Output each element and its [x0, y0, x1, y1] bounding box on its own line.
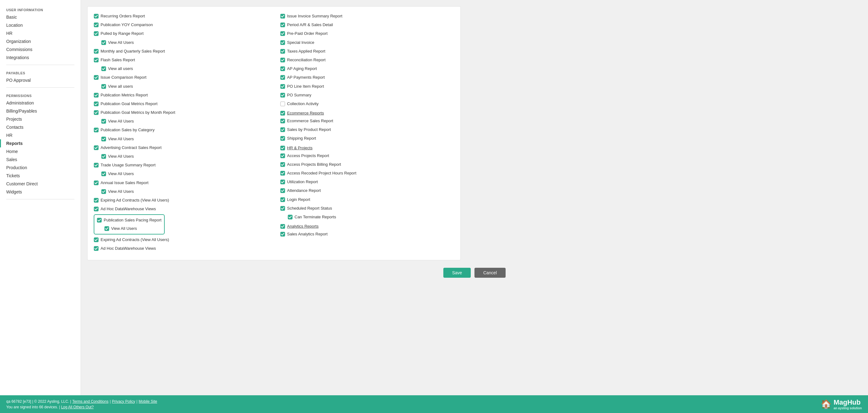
checkbox-label: Advertising Contract Sales Report: [100, 145, 162, 150]
hr-item-7[interactable]: Can Terminate Reports: [288, 214, 454, 220]
checkbox-label: View All Users: [111, 226, 137, 231]
right-top-9[interactable]: PO Summary: [280, 92, 454, 99]
hr-item-5[interactable]: Login Report: [280, 196, 454, 203]
log-out-link[interactable]: Log All Others Out?: [61, 405, 94, 409]
ecom-item-0[interactable]: Ecommerce Sales Report: [280, 117, 454, 125]
checkbox-label: View All Users: [108, 136, 134, 142]
terms-link[interactable]: Terms and Conditions: [72, 399, 108, 404]
left-item-11[interactable]: Publication Goal Metrics by Month Report: [94, 109, 268, 116]
left-item-7[interactable]: Issue Comparison Report: [94, 74, 268, 81]
checkbox-icon: [94, 163, 99, 168]
left-remain-0[interactable]: Expiring Ad Contracts (View All Users): [94, 236, 268, 243]
highlight-item-1[interactable]: View All Users: [104, 225, 162, 232]
hr-item-6[interactable]: Scheduled Report Status: [280, 205, 454, 212]
left-item-14[interactable]: View All Users: [101, 136, 268, 142]
hr-item-3[interactable]: Utilization Report: [280, 178, 454, 185]
sidebar-item-customer-direct[interactable]: Customer Direct: [0, 180, 81, 188]
left-item-16[interactable]: View All Users: [101, 153, 268, 160]
hr-item-1[interactable]: Access Projects Billing Report: [280, 161, 454, 168]
left-item-5[interactable]: Flash Sales Report: [94, 57, 268, 63]
left-item-4[interactable]: Monthly and Quarterly Sales Report: [94, 48, 268, 55]
sidebar-item-administration[interactable]: Administration: [0, 99, 81, 107]
sidebar-item-sales[interactable]: Sales: [0, 156, 81, 164]
hr-item-0[interactable]: Access Projects Report: [280, 152, 454, 159]
right-top-3[interactable]: Special Invoice: [280, 39, 454, 46]
sidebar-item-location[interactable]: Location: [0, 21, 81, 29]
checkbox-icon: [101, 137, 106, 141]
sidebar-item-billing-payables[interactable]: Billing/Payables: [0, 107, 81, 115]
left-item-18[interactable]: View All Users: [101, 170, 268, 177]
checkbox-label: Publication Sales Pacing Report: [104, 217, 162, 223]
checkbox-icon: [101, 154, 106, 159]
sidebar-item-home[interactable]: Home: [0, 147, 81, 156]
analytics-item-0[interactable]: Sales Analytics Report: [280, 231, 454, 238]
sidebar-item-integrations[interactable]: Integrations: [0, 54, 81, 62]
left-item-10[interactable]: Publication Goal Metrics Report: [94, 100, 268, 107]
permissions-columns: Recurring Orders Report Publication YOY …: [94, 13, 454, 254]
ecommerce-section-header[interactable]: Ecommerce Reports: [280, 110, 454, 116]
checkbox-label: PO Line Item Report: [287, 84, 324, 89]
checkbox-label: Scheduled Report Status: [287, 206, 332, 211]
sidebar-divider-0: [6, 65, 74, 65]
checkbox-icon: [280, 49, 285, 54]
right-top-10[interactable]: Collection Activity: [280, 100, 454, 107]
ecom-item-1[interactable]: Sales by Product Report: [280, 126, 454, 133]
left-item-9[interactable]: Publication Metrics Report: [94, 92, 268, 99]
left-item-2[interactable]: Pulled by Range Report: [94, 30, 268, 37]
checkbox-icon: [101, 171, 106, 176]
right-top-7[interactable]: AP Payments Report: [280, 74, 454, 81]
right-top-5[interactable]: Reconciliation Report: [280, 57, 454, 63]
sidebar-item-commissions[interactable]: Commissions: [0, 45, 81, 54]
hr-item-4[interactable]: Attendance Report: [280, 187, 454, 194]
sidebar-item-contacts[interactable]: Contacts: [0, 123, 81, 131]
sidebar-item-projects[interactable]: Projects: [0, 115, 81, 123]
left-item-6[interactable]: View all users: [101, 65, 268, 72]
mobile-link[interactable]: Mobile Site: [138, 399, 157, 404]
save-button[interactable]: Save: [443, 268, 471, 278]
checkbox-label: Annual Issue Sales Report: [100, 180, 149, 186]
checkbox-label: Reconciliation Report: [287, 57, 326, 63]
sidebar-item-organization[interactable]: Organization: [0, 37, 81, 45]
hr-projects-section-header[interactable]: HR & Projects: [280, 145, 454, 150]
sidebar-divider-2: [6, 199, 74, 199]
left-item-22[interactable]: Ad Hoc DataWarehouse Views: [94, 206, 268, 212]
checkbox-label: Sales Analytics Report: [287, 231, 328, 237]
sidebar-item-reports[interactable]: Reports: [0, 139, 81, 147]
right-top-2[interactable]: Pre-Paid Order Report: [280, 30, 454, 37]
highlight-item-0[interactable]: Publication Sales Pacing Report: [97, 217, 162, 223]
right-top-6[interactable]: AP Aging Report: [280, 65, 454, 72]
right-top-1[interactable]: Period A/R & Sales Detail: [280, 22, 454, 28]
checkbox-label: Special Invoice: [287, 40, 314, 45]
right-top-8[interactable]: PO Line Item Report: [280, 83, 454, 90]
left-item-8[interactable]: View all users: [101, 83, 268, 90]
cancel-button[interactable]: Cancel: [474, 268, 506, 278]
right-top-4[interactable]: Taxes Applied Report: [280, 48, 454, 55]
hr-item-2[interactable]: Access Recoded Project Hours Report: [280, 170, 454, 177]
sidebar-item-po-approval[interactable]: PO Approval: [0, 76, 81, 84]
left-item-21[interactable]: Expiring Ad Contracts (View All Users): [94, 197, 268, 204]
left-item-19[interactable]: Annual Issue Sales Report: [94, 179, 268, 186]
left-item-12[interactable]: View All Users: [101, 118, 268, 125]
right-top-0[interactable]: Issue Invoice Summary Report: [280, 13, 454, 20]
sidebar-item-basic[interactable]: Basic: [0, 13, 81, 21]
sidebar-item-hr-perm[interactable]: HR: [0, 131, 81, 139]
checkbox-label: Publication Sales by Category: [100, 127, 154, 133]
checkbox-icon: [94, 180, 99, 185]
left-item-13[interactable]: Publication Sales by Category: [94, 127, 268, 133]
sidebar-item-production[interactable]: Production: [0, 164, 81, 172]
left-item-3[interactable]: View All Users: [101, 39, 268, 46]
left-item-20[interactable]: View All Users: [101, 188, 268, 195]
checkbox-icon: [94, 237, 99, 242]
sidebar-item-tickets[interactable]: Tickets: [0, 172, 81, 180]
left-item-0[interactable]: Recurring Orders Report: [94, 13, 268, 20]
sidebar-item-hr[interactable]: HR: [0, 29, 81, 37]
left-item-15[interactable]: Advertising Contract Sales Report: [94, 144, 268, 151]
left-item-17[interactable]: Trade Usage Summary Report: [94, 162, 268, 169]
left-item-1[interactable]: Publication YOY Comparison: [94, 22, 268, 28]
privacy-link[interactable]: Privacy Policy: [112, 399, 135, 404]
ecom-item-2[interactable]: Shipping Report: [280, 135, 454, 142]
checkbox-label: Can Terminate Reports: [294, 214, 336, 220]
sidebar-item-widgets[interactable]: Widgets: [0, 188, 81, 196]
left-remain-1[interactable]: Ad Hoc DataWarehouse Views: [94, 245, 268, 252]
analytics-section-header[interactable]: Analytics Reports: [280, 223, 454, 229]
